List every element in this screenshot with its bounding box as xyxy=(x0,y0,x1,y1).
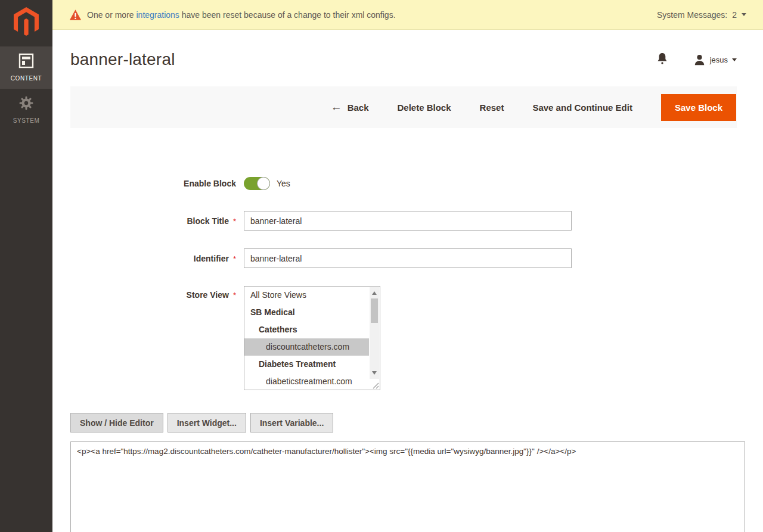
delete-block-button[interactable]: Delete Block xyxy=(398,102,451,113)
store-view-option[interactable]: All Store Views xyxy=(244,287,369,304)
block-content-textarea[interactable]: <p><a href="https://mag2.discountcathete… xyxy=(70,441,745,532)
enable-block-label: Enable Block xyxy=(70,179,236,188)
toggle-state-label: Yes xyxy=(277,179,290,188)
warning-triangle-icon xyxy=(69,9,82,21)
magento-logo[interactable] xyxy=(0,0,52,46)
content-layout-icon xyxy=(18,53,34,71)
chevron-down-icon xyxy=(742,13,746,16)
gear-icon xyxy=(18,95,34,113)
page-title: banner-lateral xyxy=(70,50,175,69)
store-view-option-selected[interactable]: discountcatheters.com xyxy=(244,338,369,356)
system-messages-label: System Messages: xyxy=(657,10,727,20)
back-button[interactable]: ← Back xyxy=(331,102,369,113)
editor-button-bar: Show / Hide Editor Insert Widget... Inse… xyxy=(70,413,333,433)
save-block-button[interactable]: Save Block xyxy=(661,94,736,121)
scroll-down-icon[interactable] xyxy=(372,371,377,375)
magento-admin-page: CONTENT SYSTEM xyxy=(0,0,763,532)
notification-message: One or more integrations have been reset… xyxy=(69,9,396,21)
store-view-select[interactable]: All Store Views SB Medical Catethers dis… xyxy=(244,286,380,390)
identifier-input[interactable] xyxy=(244,248,572,268)
user-menu[interactable]: jesus xyxy=(693,54,737,66)
resize-grip[interactable] xyxy=(370,379,379,389)
store-view-option[interactable]: SB Medical xyxy=(244,304,369,321)
required-asterisk: * xyxy=(233,217,236,226)
block-edit-form: Enable Block Yes Block Title* Identifier… xyxy=(70,177,737,410)
back-arrow-icon: ← xyxy=(331,101,342,113)
username: jesus xyxy=(710,55,728,64)
insert-widget-button[interactable]: Insert Widget... xyxy=(168,413,246,433)
system-messages-toggle[interactable]: System Messages: 2 xyxy=(657,10,746,20)
page-header: banner-lateral jesus xyxy=(70,45,737,74)
page-actions-toolbar: ← Back Delete Block Reset Save and Conti… xyxy=(70,86,737,128)
toggle-knob xyxy=(257,177,270,190)
system-messages-count: 2 xyxy=(732,10,737,20)
identifier-label: Identifier* xyxy=(70,254,236,263)
notification-text: One or more integrations have been reset… xyxy=(87,10,396,20)
store-view-option[interactable]: Diabetes Treatment xyxy=(244,356,369,373)
scrollbar-thumb[interactable] xyxy=(371,298,378,323)
sidebar-item-label: CONTENT xyxy=(11,75,42,82)
save-and-continue-button[interactable]: Save and Continue Edit xyxy=(532,102,632,113)
chevron-down-icon xyxy=(732,58,737,61)
system-notification-bar: One or more integrations have been reset… xyxy=(52,0,763,30)
magento-logo-icon xyxy=(13,7,39,39)
identifier-row: Identifier* xyxy=(70,248,737,268)
required-asterisk: * xyxy=(233,254,236,263)
insert-variable-button[interactable]: Insert Variable... xyxy=(250,413,333,433)
header-actions: jesus xyxy=(656,52,737,68)
select-scrollbar[interactable] xyxy=(370,287,379,379)
show-hide-editor-button[interactable]: Show / Hide Editor xyxy=(70,413,163,433)
integrations-link[interactable]: integrations xyxy=(136,10,179,20)
scroll-up-icon[interactable] xyxy=(372,291,377,295)
notification-bell-icon xyxy=(656,52,668,66)
enable-block-toggle[interactable] xyxy=(244,177,270,190)
block-title-input[interactable] xyxy=(244,211,572,231)
reset-button[interactable]: Reset xyxy=(480,102,504,113)
store-view-label: Store View* xyxy=(70,286,236,300)
enable-block-row: Enable Block Yes xyxy=(70,177,737,190)
block-title-row: Block Title* xyxy=(70,211,737,231)
required-asterisk: * xyxy=(233,291,236,300)
store-view-row: Store View* All Store Views SB Medical C… xyxy=(70,286,737,390)
sidebar-item-label: SYSTEM xyxy=(13,117,40,124)
user-avatar-icon xyxy=(693,54,706,66)
sidebar-item-content[interactable]: CONTENT xyxy=(0,46,52,89)
notifications-bell-button[interactable] xyxy=(656,52,668,68)
admin-sidebar: CONTENT SYSTEM xyxy=(0,0,52,532)
block-title-label: Block Title* xyxy=(70,216,236,226)
store-view-option[interactable]: diabeticstreatment.com xyxy=(244,373,369,390)
sidebar-item-system[interactable]: SYSTEM xyxy=(0,89,52,131)
store-view-option[interactable]: Catethers xyxy=(244,321,369,338)
